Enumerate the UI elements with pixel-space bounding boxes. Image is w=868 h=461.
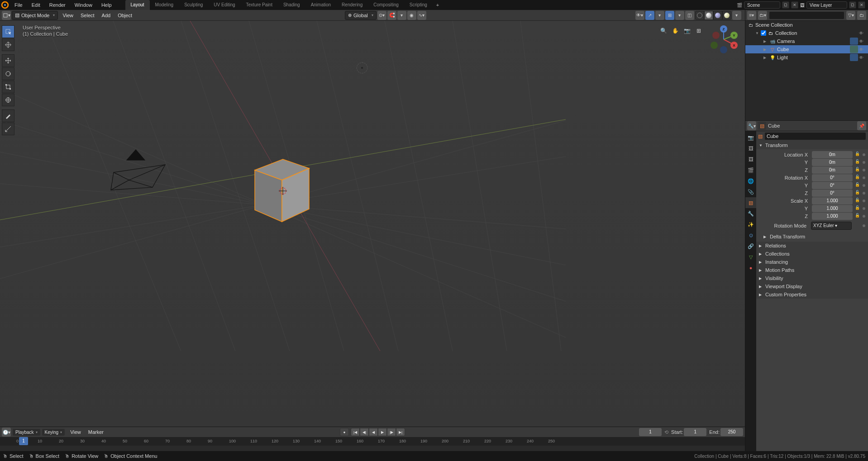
- animate-dot[interactable]: [863, 184, 865, 187]
- object-constraints-tab[interactable]: 📎: [745, 186, 756, 197]
- transform-panel-header[interactable]: ▼Transform: [756, 141, 868, 149]
- prev-key-button[interactable]: ◀|: [360, 428, 369, 436]
- viewport-3d[interactable]: User Perspective (1) Collection | Cube 🔍…: [0, 21, 745, 427]
- outliner-editor-button[interactable]: ≡▾: [747, 11, 756, 20]
- world-tab[interactable]: 🌐: [745, 176, 756, 186]
- timeline-scrollbar[interactable]: [0, 446, 745, 451]
- animate-dot[interactable]: [863, 200, 865, 202]
- lock-icon[interactable]: 🔓: [854, 152, 860, 158]
- light-object[interactable]: [357, 62, 367, 73]
- rotate-tool[interactable]: [2, 67, 14, 80]
- timeline-menu-view[interactable]: View: [67, 429, 85, 435]
- editor-type-button[interactable]: ▾: [2, 11, 11, 20]
- menu-render[interactable]: Render: [45, 0, 70, 10]
- scale-z-field[interactable]: 1.000: [812, 213, 853, 220]
- solid-shading[interactable]: [704, 11, 713, 20]
- custom-properties-header[interactable]: ▶Custom Properties: [756, 290, 868, 299]
- animate-dot[interactable]: [863, 161, 865, 164]
- outliner-tree[interactable]: 🗀 Scene Collection ▼ 🗀 Collection 👁 ▶📹Ca…: [745, 21, 868, 120]
- animate-dot[interactable]: [863, 169, 865, 171]
- playhead[interactable]: 1: [19, 437, 28, 445]
- gizmo-toggle[interactable]: ↗: [645, 11, 654, 20]
- scale-y-field[interactable]: 1.000: [812, 205, 853, 212]
- lock-icon[interactable]: 🔓: [854, 175, 860, 181]
- snap-opts[interactable]: ▾: [397, 11, 406, 20]
- collections-header[interactable]: ▶Collections: [756, 250, 868, 258]
- rotation-mode-select[interactable]: XYZ Euler ▾: [811, 222, 852, 230]
- workspace-tab-shading[interactable]: Shading: [278, 0, 305, 10]
- workspace-tab-rendering[interactable]: Rendering: [336, 0, 368, 10]
- lookdev-shading[interactable]: [713, 11, 722, 20]
- snap-toggle[interactable]: 🧲: [387, 11, 396, 20]
- rotation-y-field[interactable]: 0°: [812, 182, 853, 189]
- rotation-x-field[interactable]: 0°: [812, 174, 853, 181]
- rendered-shading[interactable]: [722, 11, 731, 20]
- overlay-opts[interactable]: ▾: [675, 11, 684, 20]
- viewlayer-tab[interactable]: 🖼: [745, 154, 756, 165]
- scene-name-input[interactable]: [744, 1, 780, 9]
- location-z-field[interactable]: 0m: [812, 166, 853, 174]
- workspace-tab-modeling[interactable]: Modeling: [150, 0, 179, 10]
- menu-file[interactable]: File: [10, 0, 27, 10]
- material-tab[interactable]: ●: [745, 262, 756, 273]
- constraints-tab[interactable]: 🔗: [745, 241, 756, 252]
- scale-x-field[interactable]: 1.000: [812, 197, 853, 204]
- annotate-tool[interactable]: [2, 109, 14, 122]
- measure-tool[interactable]: [2, 123, 14, 135]
- animate-dot[interactable]: [863, 215, 865, 218]
- add-workspace-button[interactable]: +: [433, 2, 443, 8]
- workspace-tab-layout[interactable]: Layout: [125, 0, 150, 10]
- timeline-ruler[interactable]: 0102030405060708090100110120130140150160…: [0, 437, 745, 446]
- timeline-editor-button[interactable]: 🕐▾: [2, 428, 11, 437]
- gizmo-opts[interactable]: ▾: [655, 11, 664, 20]
- select-box-tool[interactable]: [2, 25, 14, 38]
- new-scene-button[interactable]: 🗋: [782, 1, 789, 9]
- start-frame-field[interactable]: 1: [684, 428, 706, 436]
- zoom-button[interactable]: 🔍: [658, 25, 669, 36]
- visibility-icon[interactable]: 👁: [859, 47, 866, 52]
- viewport-display-header[interactable]: ▶Viewport Display: [756, 282, 868, 290]
- workspace-tab-uv-editing[interactable]: UV Editing: [208, 0, 240, 10]
- properties-editor-button[interactable]: 🔧▾: [747, 121, 756, 130]
- jump-start-button[interactable]: |◀: [351, 428, 360, 436]
- animate-dot[interactable]: [863, 207, 865, 210]
- menu-help[interactable]: Help: [97, 0, 116, 10]
- modifiers-tab[interactable]: 🔧: [745, 208, 756, 219]
- end-frame-field[interactable]: 250: [720, 428, 743, 436]
- relations-header[interactable]: ▶Relations: [756, 242, 868, 250]
- scene-tab[interactable]: 🎬: [745, 165, 756, 176]
- camera-object[interactable]: [102, 147, 170, 202]
- workspace-tab-sculpting[interactable]: Sculpting: [179, 0, 208, 10]
- navigation-gizmo[interactable]: X Y Z: [710, 25, 738, 53]
- workspace-tab-texture-paint[interactable]: Texture Paint: [241, 0, 278, 10]
- lock-icon[interactable]: 🔓: [854, 198, 860, 204]
- xray-toggle[interactable]: ◫: [685, 11, 694, 20]
- motion-paths-header[interactable]: ▶Motion Paths: [756, 266, 868, 274]
- animate-dot[interactable]: [863, 176, 865, 179]
- workspace-tab-scripting[interactable]: Scripting: [404, 0, 433, 10]
- visibility-icon[interactable]: 👁: [859, 31, 866, 36]
- keying-menu[interactable]: Keying: [42, 429, 65, 436]
- lock-icon[interactable]: 🔓: [854, 205, 860, 212]
- menu-edit[interactable]: Edit: [27, 0, 45, 10]
- object-properties-tab[interactable]: ▧: [745, 197, 756, 208]
- tree-scene-collection[interactable]: 🗀 Scene Collection: [745, 21, 868, 29]
- proportional-opts[interactable]: ∿▾: [417, 11, 426, 20]
- visibility-button[interactable]: 👁▾: [635, 11, 644, 20]
- visibility-icon[interactable]: 👁: [859, 55, 866, 60]
- move-tool[interactable]: [2, 54, 14, 67]
- blender-logo-icon[interactable]: [0, 0, 10, 10]
- pan-button[interactable]: ✋: [670, 25, 681, 36]
- mesh-tab[interactable]: ▽: [745, 252, 756, 262]
- lock-icon[interactable]: 🔓: [854, 190, 860, 196]
- menu-window[interactable]: Window: [70, 0, 97, 10]
- lock-icon[interactable]: 🔓: [854, 213, 860, 219]
- cursor-tool[interactable]: [2, 38, 14, 51]
- object-name-input[interactable]: [764, 132, 866, 140]
- workspace-tab-compositing[interactable]: Compositing: [368, 0, 404, 10]
- data-badge[interactable]: [850, 46, 858, 53]
- physics-tab[interactable]: ⊙: [745, 230, 756, 241]
- visibility-icon[interactable]: 👁: [859, 39, 866, 44]
- render-tab[interactable]: 📷: [745, 132, 756, 143]
- lock-icon[interactable]: 🔓: [854, 167, 860, 173]
